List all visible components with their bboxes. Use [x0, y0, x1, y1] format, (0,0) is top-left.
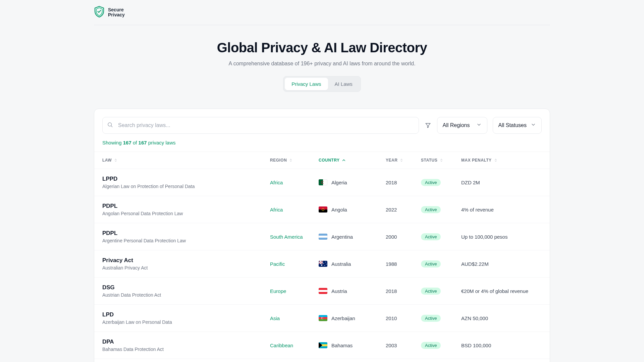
sort-icon	[114, 158, 118, 162]
penalty-cell: AZN 50,000	[461, 315, 542, 321]
country-name: Austria	[331, 288, 347, 294]
region-filter-select[interactable]: All Regions	[437, 117, 487, 134]
brand-logo[interactable]: Secure Privacy	[94, 6, 125, 19]
law-code: DPA	[102, 339, 270, 345]
year-cell: 2018	[386, 288, 421, 294]
year-cell: 1988	[386, 261, 421, 267]
law-cell: DPA Bahamas Data Protection Act	[102, 339, 270, 352]
svg-line-1	[111, 126, 112, 127]
table-row[interactable]: LPPD Algerian Law on Protection of Perso…	[94, 169, 550, 196]
status-filter-select[interactable]: All Statuses	[493, 117, 542, 134]
country-name: Angola	[331, 207, 347, 213]
law-full-name: Argentine Personal Data Protection Law	[102, 238, 270, 243]
penalty-cell: 4% of revenue	[461, 207, 542, 213]
table-row[interactable]: DSG Austrian Data Protection Act Europe …	[94, 277, 550, 304]
table-row[interactable]: Privacy Act Australian Privacy Act Pacif…	[94, 250, 550, 277]
region-cell: South America	[270, 234, 319, 240]
sort-icon	[494, 158, 498, 162]
directory-card: All Regions All Statuses Showing 167 of …	[94, 109, 550, 362]
result-count: Showing 167 of 167 privacy laws	[102, 140, 542, 145]
col-law[interactable]: LAW	[102, 158, 270, 163]
table-body: LPPD Algerian Law on Protection of Perso…	[94, 169, 550, 362]
flag-icon	[319, 179, 327, 185]
law-code: LPPD	[102, 176, 270, 182]
col-max-penalty[interactable]: MAX PENALTY	[461, 158, 542, 163]
status-cell: Active	[421, 315, 461, 322]
year-cell: 2010	[386, 315, 421, 321]
sort-icon	[289, 158, 293, 162]
region-cell: Africa	[270, 180, 319, 185]
page-subtitle: A comprehensive database of 196+ privacy…	[94, 61, 550, 67]
flag-icon	[319, 342, 327, 348]
status-badge: Active	[421, 206, 441, 213]
table-row[interactable]: LPD Azerbaijan Law on Personal Data Asia…	[94, 304, 550, 331]
law-code: Privacy Act	[102, 257, 270, 264]
law-full-name: Azerbaijan Law on Personal Data	[102, 319, 270, 325]
shield-icon	[94, 6, 105, 19]
year-cell: 2022	[386, 207, 421, 213]
region-cell: Caribbean	[270, 343, 319, 348]
penalty-cell: Up to 100,000 pesos	[461, 234, 542, 240]
tab-privacy-laws[interactable]: Privacy Laws	[285, 78, 328, 90]
region-cell: Europe	[270, 288, 319, 294]
status-cell: Active	[421, 342, 461, 349]
status-badge: Active	[421, 233, 441, 240]
search-wrap	[102, 117, 419, 134]
svg-marker-2	[426, 123, 430, 128]
year-cell: 2018	[386, 180, 421, 185]
law-full-name: Australian Privacy Act	[102, 265, 270, 270]
law-cell: LPD Azerbaijan Law on Personal Data	[102, 311, 270, 325]
law-code: PDPL	[102, 203, 270, 209]
table-row[interactable]: PDPL Argentine Personal Data Protection …	[94, 223, 550, 250]
country-cell: Algeria	[319, 179, 386, 185]
country-name: Bahamas	[331, 343, 353, 348]
tab-ai-laws[interactable]: AI Laws	[328, 78, 359, 90]
status-cell: Active	[421, 179, 461, 186]
search-icon	[107, 122, 113, 129]
status basic-filter-label: All Statuses	[498, 122, 527, 128]
filter-icon	[424, 122, 432, 128]
law-full-name: Algerian Law on Protection of Personal D…	[102, 184, 270, 189]
sort-icon	[439, 158, 443, 162]
col-status[interactable]: STATUS	[421, 158, 461, 163]
table-row[interactable]: DPA Bahamas Data Protection Act Caribbea…	[94, 331, 550, 359]
col-country[interactable]: COUNTRY	[319, 158, 386, 163]
status-cell: Active	[421, 206, 461, 213]
country-cell: Azerbaijan	[319, 315, 386, 321]
law-cell: Privacy Act Australian Privacy Act	[102, 257, 270, 270]
penalty-cell: DZD 2M	[461, 180, 542, 185]
flag-icon	[319, 261, 327, 267]
svg-point-0	[108, 123, 112, 126]
chevron-up-icon	[341, 158, 346, 163]
penalty-cell: AUD$2.22M	[461, 261, 542, 267]
country-name: Algeria	[331, 180, 347, 185]
table-row[interactable]: PDPL Angolan Personal Data Protection La…	[94, 196, 550, 223]
sort-icon	[399, 158, 404, 162]
flag-icon	[319, 206, 327, 213]
law-cell: LPPD Algerian Law on Protection of Perso…	[102, 176, 270, 189]
chevron-down-icon	[531, 122, 536, 129]
country-cell: Bahamas	[319, 342, 386, 348]
flag-icon	[319, 288, 327, 294]
hero: Global Privacy & AI Law Directory A comp…	[94, 25, 550, 92]
region-filter-label: All Regions	[443, 122, 470, 128]
law-full-name: Bahamas Data Protection Act	[102, 347, 270, 352]
table-row[interactable]: PDPL Bahrain Personal Data Protection La…	[94, 359, 550, 362]
flag-icon	[319, 234, 327, 240]
status-badge: Active	[421, 179, 441, 186]
law-cell: DSG Austrian Data Protection Act	[102, 284, 270, 298]
col-year[interactable]: YEAR	[386, 158, 421, 163]
search-input[interactable]	[102, 117, 419, 134]
country-name: Australia	[331, 261, 351, 267]
status-cell: Active	[421, 288, 461, 295]
page-title: Global Privacy & AI Law Directory	[94, 40, 550, 55]
chevron-down-icon	[476, 122, 482, 129]
col-region[interactable]: REGION	[270, 158, 319, 163]
brand-text: Secure Privacy	[108, 7, 125, 18]
year-cell: 2003	[386, 343, 421, 348]
status-badge: Active	[421, 315, 441, 322]
law-cell: PDPL Argentine Personal Data Protection …	[102, 230, 270, 243]
region-cell: Asia	[270, 315, 319, 321]
year-cell: 2000	[386, 234, 421, 240]
region-cell: Africa	[270, 207, 319, 213]
